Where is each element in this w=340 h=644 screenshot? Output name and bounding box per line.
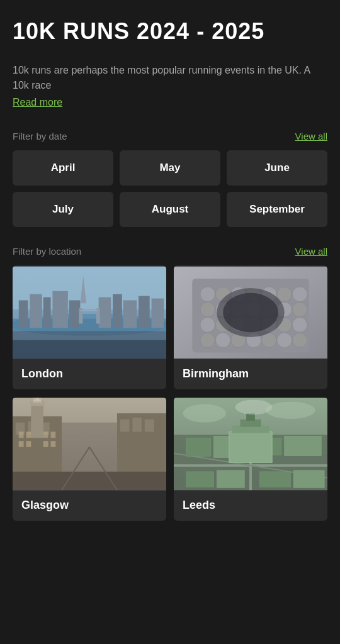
- location-filter-header: Filter by location View all: [13, 246, 327, 257]
- svg-point-48: [277, 333, 292, 347]
- svg-rect-8: [69, 300, 81, 328]
- svg-point-94: [183, 404, 226, 422]
- location-name-london: London: [13, 360, 166, 389]
- read-more-link[interactable]: Read more: [13, 97, 62, 108]
- location-name-birmingham: Birmingham: [174, 360, 327, 389]
- svg-rect-71: [43, 431, 48, 438]
- location-grid: London: [13, 265, 327, 521]
- svg-rect-12: [123, 300, 137, 328]
- location-card-glasgow[interactable]: Glasgow: [13, 397, 166, 521]
- description-text: 10k runs are perhaps the most popular ru…: [13, 63, 327, 93]
- svg-rect-75: [43, 441, 48, 447]
- svg-rect-76: [51, 441, 56, 447]
- svg-rect-86: [186, 472, 214, 487]
- svg-rect-87: [217, 470, 244, 487]
- svg-rect-73: [19, 441, 24, 447]
- svg-rect-89: [293, 470, 324, 487]
- month-button-june[interactable]: June: [227, 150, 327, 186]
- date-filter-section: Filter by date View all April May June J…: [13, 131, 327, 227]
- svg-rect-19: [13, 340, 166, 358]
- svg-rect-11: [113, 294, 122, 328]
- date-filter-header: Filter by date View all: [13, 131, 327, 142]
- date-view-all-link[interactable]: View all: [295, 131, 327, 142]
- date-filter-label: Filter by date: [13, 131, 67, 142]
- location-image-leeds: [174, 397, 327, 491]
- location-image-birmingham: [174, 265, 327, 360]
- svg-point-27: [277, 287, 292, 301]
- svg-rect-70: [26, 431, 31, 438]
- svg-point-44: [215, 333, 230, 347]
- location-card-london[interactable]: London: [13, 265, 166, 389]
- page-title: 10K RUNS 2024 - 2025: [13, 19, 327, 44]
- location-filter-section: Filter by location View all: [13, 246, 327, 521]
- month-button-august[interactable]: August: [120, 192, 220, 227]
- location-name-leeds: Leeds: [174, 491, 327, 521]
- month-button-may[interactable]: May: [120, 150, 220, 186]
- svg-rect-65: [145, 419, 154, 432]
- svg-point-43: [200, 333, 215, 347]
- svg-point-22: [200, 287, 215, 301]
- svg-rect-88: [260, 472, 291, 487]
- svg-rect-4: [19, 300, 28, 328]
- svg-rect-66: [13, 472, 166, 490]
- svg-rect-85: [285, 436, 322, 455]
- svg-point-95: [266, 401, 315, 418]
- svg-point-35: [292, 302, 307, 316]
- svg-point-96: [235, 399, 273, 414]
- location-image-london: [13, 265, 166, 360]
- location-card-birmingham[interactable]: Birmingham: [174, 265, 327, 389]
- svg-rect-74: [26, 441, 31, 447]
- location-view-all-link[interactable]: View all: [295, 246, 327, 257]
- svg-point-29: [200, 302, 215, 316]
- location-filter-label: Filter by location: [13, 246, 81, 257]
- svg-rect-13: [139, 296, 150, 328]
- location-name-glasgow: Glasgow: [13, 491, 166, 521]
- month-button-april[interactable]: April: [13, 150, 113, 186]
- svg-rect-63: [120, 419, 130, 432]
- svg-point-49: [292, 333, 307, 347]
- svg-rect-64: [132, 418, 142, 431]
- svg-point-51: [223, 292, 278, 331]
- location-image-glasgow: [13, 397, 166, 491]
- location-card-leeds[interactable]: Leeds: [174, 397, 327, 521]
- month-grid: April May June July August September: [13, 150, 327, 227]
- svg-rect-69: [19, 431, 24, 438]
- svg-rect-14: [152, 298, 164, 328]
- svg-rect-10: [99, 297, 111, 328]
- svg-rect-6: [43, 297, 51, 328]
- month-button-september[interactable]: September: [227, 192, 327, 227]
- svg-point-42: [292, 317, 307, 331]
- svg-rect-58: [31, 401, 43, 438]
- svg-rect-72: [51, 431, 56, 438]
- svg-rect-5: [30, 294, 42, 328]
- svg-rect-90: [229, 431, 272, 462]
- month-button-july[interactable]: July: [13, 192, 113, 227]
- svg-rect-82: [186, 438, 211, 456]
- svg-rect-7: [52, 291, 67, 328]
- svg-point-36: [200, 317, 215, 331]
- svg-point-28: [292, 287, 307, 301]
